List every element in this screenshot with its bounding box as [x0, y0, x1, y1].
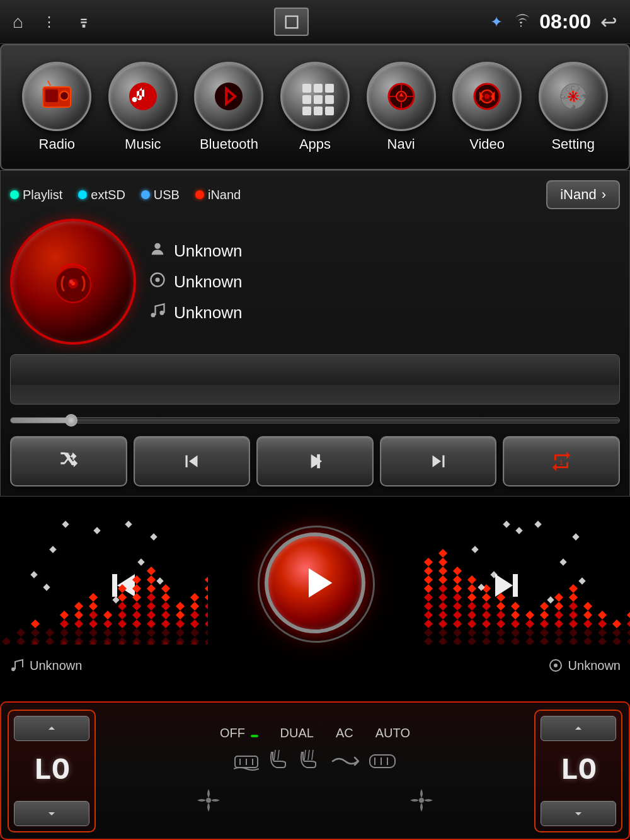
- svg-rect-230: [453, 602, 462, 611]
- status-bar: ⌂ ⋮ ✦ 08:00 ↩: [0, 0, 630, 44]
- svg-rect-234: [453, 567, 462, 575]
- nav-item-video[interactable]: Video: [452, 62, 522, 152]
- svg-rect-289: [598, 628, 607, 637]
- menu-icon[interactable]: ⋮: [42, 14, 56, 30]
- svg-rect-214: [424, 558, 433, 567]
- svg-rect-229: [453, 611, 462, 619]
- video-label: Video: [469, 136, 505, 152]
- svg-rect-256: [511, 637, 520, 645]
- svg-rect-10: [302, 95, 311, 104]
- inand-dropdown-button[interactable]: iNand ›: [546, 180, 620, 209]
- left-fan-icon[interactable]: [195, 786, 222, 819]
- svg-rect-243: [482, 637, 491, 645]
- climate-dual-button[interactable]: DUAL: [274, 723, 320, 744]
- bluetooth-label: Bluetooth: [200, 136, 258, 152]
- prev-button[interactable]: [134, 436, 251, 486]
- svg-rect-333: [547, 596, 554, 603]
- viz-album-label: Unknown: [548, 658, 621, 673]
- svg-rect-207: [424, 619, 433, 628]
- source-extsd[interactable]: extSD: [78, 188, 125, 202]
- svg-rect-7: [302, 84, 311, 93]
- big-play-button[interactable]: [265, 532, 365, 633]
- back-icon[interactable]: ↩: [600, 10, 617, 34]
- svg-rect-2: [45, 89, 58, 102]
- progress-bar[interactable]: [10, 414, 620, 427]
- svg-point-353: [419, 798, 424, 803]
- rear-defrost-icon[interactable]: [369, 750, 396, 777]
- svg-line-343: [274, 750, 275, 760]
- home-icon[interactable]: ⌂: [13, 12, 23, 32]
- defrost-front-icon[interactable]: [234, 750, 259, 777]
- svg-rect-218: [438, 611, 447, 619]
- svg-point-32: [154, 243, 160, 249]
- source-usb[interactable]: USB: [141, 188, 180, 202]
- svg-rect-283: [583, 637, 592, 645]
- right-temp-down-button[interactable]: [541, 801, 616, 826]
- svg-rect-297: [627, 619, 630, 628]
- svg-line-346: [308, 750, 309, 760]
- climate-modes: OFF DUAL AC AUTO: [102, 723, 528, 819]
- skip-prev-button[interactable]: [101, 560, 151, 611]
- skip-next-button[interactable]: [479, 560, 529, 611]
- source-inand[interactable]: iNand: [195, 188, 241, 202]
- svg-rect-266: [540, 628, 549, 637]
- svg-rect-290: [598, 619, 607, 628]
- source-playlist[interactable]: Playlist: [10, 188, 62, 202]
- svg-rect-233: [453, 575, 462, 584]
- svg-line-344: [278, 750, 279, 760]
- nav-item-apps[interactable]: Apps: [280, 62, 350, 152]
- svg-rect-294: [612, 619, 621, 628]
- svg-rect-295: [627, 637, 630, 645]
- bluetooth-status-icon: ✦: [490, 13, 503, 31]
- svg-rect-286: [583, 611, 592, 619]
- left-temp-up-button[interactable]: [14, 716, 89, 741]
- svg-rect-335: [572, 533, 579, 540]
- progress-thumb[interactable]: [65, 414, 77, 427]
- svg-rect-292: [612, 637, 621, 645]
- svg-rect-259: [511, 611, 520, 619]
- airflow-icon[interactable]: [329, 750, 361, 777]
- apps-label: Apps: [299, 136, 331, 152]
- nav-item-bluetooth[interactable]: Bluetooth: [194, 62, 263, 152]
- next-button[interactable]: [380, 436, 497, 486]
- settings-icon: [539, 62, 608, 131]
- svg-rect-220: [438, 593, 447, 602]
- svg-rect-298: [627, 611, 630, 619]
- square-button[interactable]: [274, 8, 309, 36]
- left-temp-down-button[interactable]: [14, 801, 89, 826]
- nav-item-music[interactable]: Music: [108, 62, 178, 152]
- svg-rect-293: [612, 628, 621, 637]
- svg-rect-217: [438, 619, 447, 628]
- right-fan-icon[interactable]: [408, 786, 435, 819]
- seat-heat-icon[interactable]: [266, 749, 289, 778]
- svg-rect-246: [482, 611, 491, 619]
- climate-ac-button[interactable]: AC: [329, 723, 360, 744]
- svg-point-352: [206, 798, 211, 803]
- navi-icon: [367, 62, 436, 131]
- repeat-button[interactable]: 1: [503, 436, 620, 486]
- svg-rect-209: [424, 602, 433, 611]
- radio-icon: [22, 62, 91, 131]
- svg-rect-330: [515, 527, 522, 534]
- nav-item-setting[interactable]: Setting: [539, 62, 608, 152]
- svg-rect-223: [438, 567, 447, 575]
- nav-item-radio[interactable]: Radio: [22, 62, 91, 152]
- svg-rect-348: [370, 755, 395, 768]
- svg-rect-274: [554, 602, 563, 611]
- climate-off-button[interactable]: OFF: [214, 723, 265, 744]
- shuffle-button[interactable]: [10, 436, 127, 486]
- climate-auto-button[interactable]: AUTO: [369, 723, 416, 744]
- svg-rect-291: [598, 611, 607, 619]
- svg-rect-276: [569, 637, 578, 645]
- svg-rect-285: [583, 619, 592, 628]
- svg-point-34: [156, 278, 160, 282]
- svg-rect-262: [525, 628, 534, 637]
- nav-item-navi[interactable]: Navi: [367, 62, 436, 152]
- play-pause-button[interactable]: [256, 436, 374, 486]
- svg-rect-221: [438, 584, 447, 593]
- svg-line-345: [304, 750, 306, 760]
- svg-rect-224: [438, 558, 447, 567]
- svg-rect-0: [285, 16, 297, 28]
- right-temp-up-button[interactable]: [541, 716, 616, 741]
- seat-heat-2-icon[interactable]: [297, 749, 322, 778]
